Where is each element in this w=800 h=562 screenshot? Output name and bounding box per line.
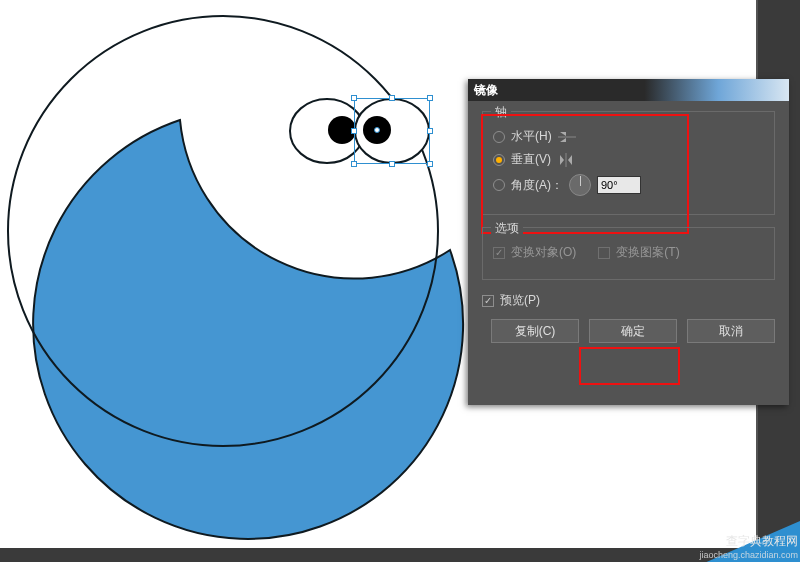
tutorial-highlight-ok bbox=[579, 347, 680, 385]
preview-label: 预览(P) bbox=[500, 292, 540, 309]
selection-handle-ne[interactable] bbox=[427, 95, 433, 101]
cancel-button[interactable]: 取消 bbox=[687, 319, 775, 343]
selection-handle-sw[interactable] bbox=[351, 161, 357, 167]
watermark: 查字典教程网 jiaocheng.chazidian.com bbox=[702, 520, 800, 562]
selection-handle-s[interactable] bbox=[389, 161, 395, 167]
selection-handle-n[interactable] bbox=[389, 95, 395, 101]
selection-center-point[interactable] bbox=[374, 127, 380, 133]
transform-objects-label: 变换对象(O) bbox=[511, 244, 576, 261]
options-group: 选项 变换对象(O) 变换图案(T) bbox=[482, 227, 775, 280]
options-group-label: 选项 bbox=[491, 220, 523, 237]
app-dark-edge-bottom bbox=[0, 548, 800, 562]
transform-patterns-checkbox bbox=[598, 247, 610, 259]
tutorial-highlight-axis bbox=[481, 114, 689, 234]
selection-handle-nw[interactable] bbox=[351, 95, 357, 101]
transform-objects-checkbox bbox=[493, 247, 505, 259]
watermark-text: 查字典教程网 jiaocheng.chazidian.com bbox=[699, 534, 798, 562]
watermark-line2: jiaocheng.chazidian.com bbox=[699, 548, 798, 562]
selection-handle-e[interactable] bbox=[427, 128, 433, 134]
ok-button[interactable]: 确定 bbox=[589, 319, 677, 343]
dialog-title[interactable]: 镜像 bbox=[468, 79, 789, 101]
selection-bounding-box[interactable] bbox=[354, 98, 430, 164]
watermark-line1: 查字典教程网 bbox=[699, 534, 798, 548]
selection-handle-se[interactable] bbox=[427, 161, 433, 167]
preview-checkbox[interactable] bbox=[482, 295, 494, 307]
preview-row[interactable]: 预览(P) bbox=[482, 292, 775, 309]
transform-patterns-label: 变换图案(T) bbox=[616, 244, 679, 261]
copy-button[interactable]: 复制(C) bbox=[491, 319, 579, 343]
reflect-dialog: 镜像 轴 水平(H) 垂直(V) 角度(A)： 选项 bbox=[468, 79, 789, 405]
selection-handle-w[interactable] bbox=[351, 128, 357, 134]
